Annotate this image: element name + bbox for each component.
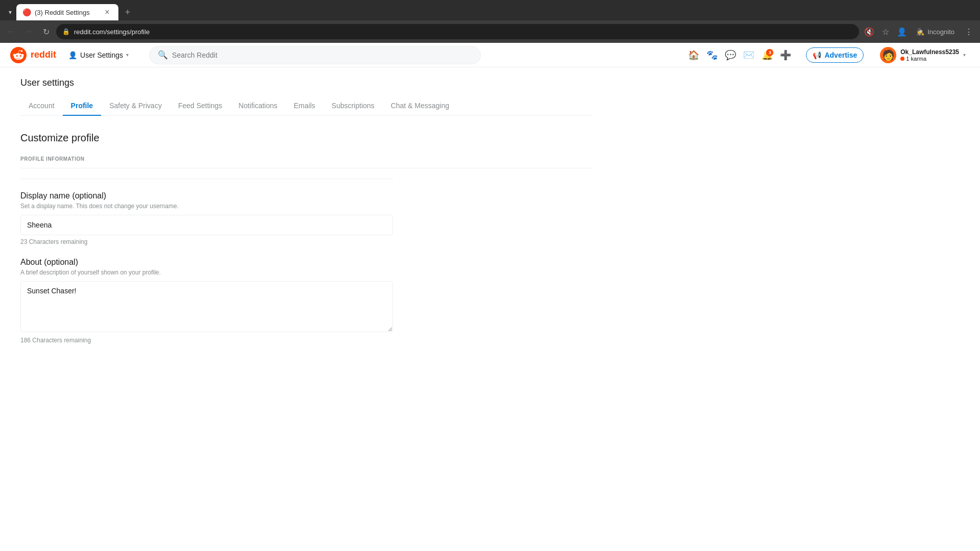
advertise-label: Advertise — [824, 51, 857, 59]
settings-tabs: Account Profile Safety & Privacy Feed Se… — [20, 96, 592, 116]
karma-dot-icon — [900, 57, 904, 61]
user-avatar: 🧑 — [880, 47, 896, 63]
popular-icon-btn[interactable]: 🐾 — [704, 47, 720, 63]
advertise-button[interactable]: 📢 Advertise — [806, 47, 864, 63]
page-title: User settings — [20, 78, 592, 88]
profile-information-label: PROFILE INFORMATION — [20, 156, 592, 168]
display-name-input[interactable] — [20, 215, 393, 235]
page-content: User settings Account Profile Safety & P… — [0, 67, 612, 366]
customize-profile-title: Customize profile — [20, 132, 592, 144]
user-settings-icon: 👤 — [68, 51, 77, 59]
reddit-logo-icon — [10, 47, 27, 63]
about-desc: A brief description of yourself shown on… — [20, 269, 592, 276]
display-name-char-remaining: 23 Characters remaining — [20, 238, 592, 245]
about-char-remaining: 186 Characters remaining — [20, 337, 592, 344]
browser-chrome: ▾ 🔴 (3) Reddit Settings × + ← → ↻ 🔒 redd… — [0, 0, 980, 43]
browser-menu-button[interactable]: ⋮ — [962, 24, 976, 39]
profile-icon[interactable]: 👤 — [895, 24, 909, 39]
tab-chat-messaging[interactable]: Chat & Messaging — [383, 96, 457, 116]
user-settings-label: User Settings — [80, 51, 123, 59]
incognito-label: Incognito — [927, 28, 954, 36]
display-name-field: Display name (optional) Set a display na… — [20, 191, 592, 245]
search-input[interactable] — [172, 51, 472, 59]
settings-chevron-icon: ▾ — [126, 52, 129, 58]
user-account-dropdown[interactable]: 🧑 Ok_Lawfulness5235 1 karma ▾ — [876, 45, 970, 65]
tab-title: (3) Reddit Settings — [35, 9, 98, 16]
advertise-icon: 📢 — [813, 51, 821, 59]
address-bar[interactable]: 🔒 reddit.com/settings/profile — [56, 24, 859, 39]
search-icon: 🔍 — [158, 50, 168, 60]
tab-subscriptions[interactable]: Subscriptions — [324, 96, 383, 116]
tab-close-button[interactable]: × — [102, 7, 112, 17]
tab-favicon: 🔴 — [22, 8, 31, 16]
tab-emails[interactable]: Emails — [286, 96, 324, 116]
tab-feed-settings[interactable]: Feed Settings — [170, 96, 230, 116]
reddit-app: reddit 👤 User Settings ▾ 🔍 🏠 🐾 💬 ✉️ 🔔 3 … — [0, 43, 980, 551]
messages-icon-btn[interactable]: ✉️ — [741, 47, 757, 63]
browser-tab-bar: ▾ 🔴 (3) Reddit Settings × + — [0, 0, 980, 20]
search-bar[interactable]: 🔍 — [149, 46, 481, 64]
no-sound-icon[interactable]: 🔇 — [862, 24, 876, 39]
user-name: Ok_Lawfulness5235 — [900, 48, 959, 56]
about-label: About (optional) — [20, 258, 592, 267]
browser-toolbar-right: 🔇 ☆ 👤 🕵️ Incognito ⋮ — [862, 24, 976, 39]
incognito-badge: 🕵️ Incognito — [911, 26, 960, 38]
account-chevron-icon: ▾ — [963, 52, 966, 58]
user-karma: 1 karma — [900, 56, 959, 62]
about-textarea[interactable]: Sunset Chaser! — [20, 281, 393, 332]
karma-value: 1 karma — [906, 56, 926, 62]
bookmark-icon[interactable]: ☆ — [878, 24, 893, 39]
tab-profile[interactable]: Profile — [63, 96, 102, 116]
lock-icon: 🔒 — [62, 28, 70, 35]
nav-icons: 🏠 🐾 💬 ✉️ 🔔 3 ➕ — [685, 47, 794, 63]
address-text: reddit.com/settings/profile — [74, 28, 853, 36]
top-nav: reddit 👤 User Settings ▾ 🔍 🏠 🐾 💬 ✉️ 🔔 3 … — [0, 43, 980, 67]
reload-button[interactable]: ↻ — [39, 24, 53, 39]
about-field: About (optional) A brief description of … — [20, 258, 592, 344]
tab-account[interactable]: Account — [20, 96, 63, 116]
display-name-label: Display name (optional) — [20, 191, 592, 201]
forward-button[interactable]: → — [21, 24, 36, 39]
home-icon-btn[interactable]: 🏠 — [685, 47, 702, 63]
tab-list-button[interactable]: ▾ — [4, 6, 16, 18]
section-separator — [20, 179, 393, 179]
chat-icon-btn[interactable]: 💬 — [722, 47, 739, 63]
user-settings-dropdown[interactable]: 👤 User Settings ▾ — [64, 49, 133, 61]
reddit-logo[interactable]: reddit — [10, 47, 56, 63]
back-button[interactable]: ← — [4, 24, 18, 39]
tab-safety-privacy[interactable]: Safety & Privacy — [101, 96, 170, 116]
search-inner[interactable]: 🔍 — [149, 46, 481, 64]
avatar-image: 🧑 — [882, 49, 895, 61]
incognito-icon: 🕵️ — [916, 28, 924, 36]
display-name-desc: Set a display name. This does not change… — [20, 203, 592, 210]
reddit-logo-text: reddit — [31, 49, 56, 60]
user-info: Ok_Lawfulness5235 1 karma — [900, 48, 959, 62]
new-tab-button[interactable]: + — [120, 5, 135, 19]
add-post-btn[interactable]: ➕ — [777, 47, 794, 63]
tab-notifications[interactable]: Notifications — [230, 96, 285, 116]
browser-tab-active[interactable]: 🔴 (3) Reddit Settings × — [16, 4, 118, 20]
notification-badge: 3 — [766, 49, 773, 56]
browser-nav-bar: ← → ↻ 🔒 reddit.com/settings/profile 🔇 ☆ … — [0, 20, 980, 43]
notifications-icon-btn[interactable]: 🔔 3 — [759, 47, 775, 63]
